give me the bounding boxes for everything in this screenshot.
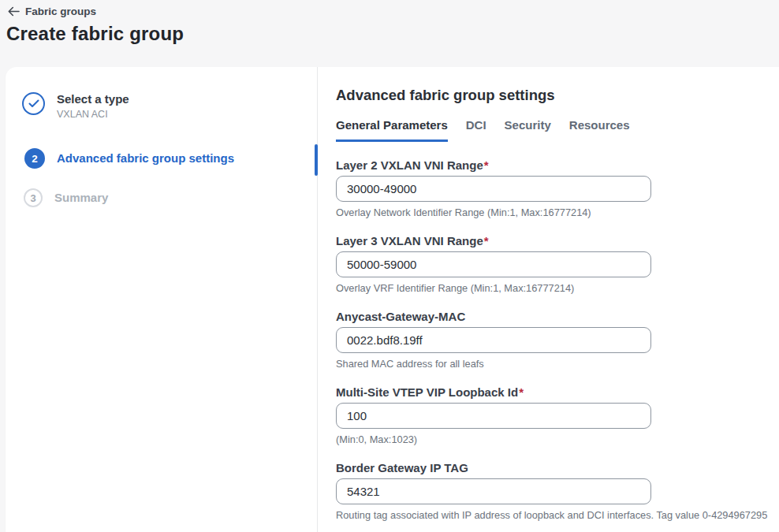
wizard-step-summary[interactable]: 3 Summary <box>24 188 108 207</box>
breadcrumb-label: Fabric groups <box>25 6 96 17</box>
field-layer2-vxlan-vni-range: Layer 2 VXLAN VNI Range* Overlay Network… <box>336 158 777 218</box>
layer3-vxlan-vni-range-input[interactable] <box>336 251 651 277</box>
wizard-step-advanced-settings[interactable]: 2 Advanced fabric group settings <box>24 148 234 169</box>
wizard-step-select-a-type[interactable]: Select a type VXLAN ACI <box>22 92 129 121</box>
section-heading: Advanced fabric group settings <box>336 87 777 104</box>
field-layer3-vxlan-vni-range: Layer 3 VXLAN VNI Range* Overlay VRF Ide… <box>336 234 777 294</box>
field-label: Layer 3 VXLAN VNI Range* <box>336 234 777 247</box>
layer2-vxlan-vni-range-input[interactable] <box>336 176 651 202</box>
required-marker: * <box>484 234 489 247</box>
tab-general-parameters[interactable]: General Parameters <box>336 118 448 142</box>
wizard-panel: Select a type VXLAN ACI 2 Advanced fabri… <box>6 67 779 532</box>
page-title: Create fabric group <box>6 23 184 45</box>
settings-tabs: General Parameters DCI Security Resource… <box>336 118 777 142</box>
field-label: Multi-Site VTEP VIP Loopback Id* <box>336 385 777 399</box>
check-icon <box>28 97 39 111</box>
field-label: Border Gateway IP TAG <box>336 461 777 474</box>
field-anycast-gateway-mac: Anycast-Gateway-MAC Shared MAC address f… <box>336 310 777 370</box>
step-number-badge: 2 <box>24 148 45 169</box>
field-label-text: Layer 2 VXLAN VNI Range <box>336 158 483 172</box>
anycast-gateway-mac-input[interactable] <box>336 327 651 353</box>
step-label: Select a type <box>57 92 129 106</box>
required-marker: * <box>519 385 524 399</box>
field-helper: Routing tag associated with IP address o… <box>336 509 777 521</box>
field-helper: Shared MAC address for all leafs <box>336 358 777 370</box>
field-helper: (Min:0, Max:1023) <box>336 433 777 445</box>
tab-resources[interactable]: Resources <box>569 118 630 142</box>
field-label-text: Border Gateway IP TAG <box>336 461 468 474</box>
multisite-vtep-vip-loopback-id-input[interactable] <box>336 403 651 429</box>
field-label: Anycast-Gateway-MAC <box>336 310 777 323</box>
field-helper: Overlay VRF Identifier Range (Min:1, Max… <box>336 282 777 294</box>
active-step-indicator <box>315 144 318 176</box>
settings-content: Advanced fabric group settings General P… <box>336 87 777 532</box>
tab-security[interactable]: Security <box>505 118 551 142</box>
step-sublabel: VXLAN ACI <box>57 109 129 121</box>
step-number-badge: 3 <box>24 188 43 207</box>
field-helper: Overlay Network Identifier Range (Min:1,… <box>336 206 777 218</box>
field-label: Layer 2 VXLAN VNI Range* <box>336 158 777 172</box>
border-gateway-ip-tag-input[interactable] <box>336 478 651 504</box>
back-arrow-icon <box>8 6 20 17</box>
sidebar-divider <box>317 67 318 532</box>
step-complete-badge <box>22 92 45 115</box>
field-label-text: Anycast-Gateway-MAC <box>336 310 465 323</box>
field-border-gateway-ip-tag: Border Gateway IP TAG Routing tag associ… <box>336 461 777 521</box>
step-label: Advanced fabric group settings <box>57 148 234 169</box>
general-parameters-form: Layer 2 VXLAN VNI Range* Overlay Network… <box>336 158 777 521</box>
required-marker: * <box>484 158 489 172</box>
field-multisite-vtep-vip-loopback-id: Multi-Site VTEP VIP Loopback Id* (Min:0,… <box>336 385 777 445</box>
breadcrumb-back[interactable]: Fabric groups <box>8 6 96 17</box>
step-label: Summary <box>54 188 108 207</box>
field-label-text: Layer 3 VXLAN VNI Range <box>336 234 483 247</box>
field-label-text: Multi-Site VTEP VIP Loopback Id <box>336 385 518 399</box>
tab-dci[interactable]: DCI <box>466 118 486 142</box>
